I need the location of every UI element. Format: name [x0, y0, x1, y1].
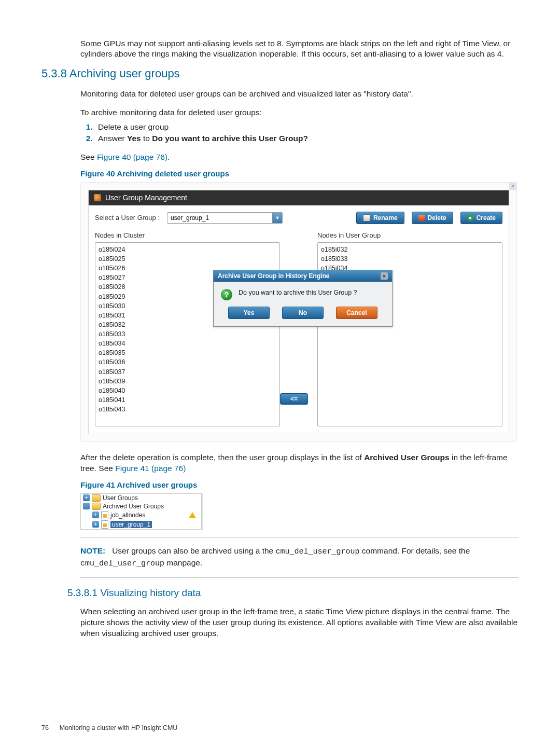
cancel-button[interactable]: Cancel [336, 307, 377, 319]
list-item[interactable]: o185i040 [99, 386, 276, 395]
collapse-icon[interactable]: − [83, 503, 90, 509]
rename-icon [363, 214, 370, 222]
tree-label: Archived User Groups [103, 503, 164, 510]
create-button[interactable]: Create [460, 212, 502, 224]
after-fig40-b: Archived User Groups [364, 453, 450, 462]
page-footer: 76 Monitoring a cluster with HP Insight … [41, 724, 177, 731]
select-label: Select a User Group : [95, 214, 160, 222]
group-nodes-col: Nodes in User Group o185i032o185i033o185… [317, 231, 502, 426]
chevron-down-icon[interactable]: ▼ [272, 213, 282, 223]
dialog-body: ? Do you want to archive this User Group… [214, 282, 392, 307]
list-item[interactable]: o185i037 [99, 367, 276, 377]
intro-paragraph: Some GPUs may not support anti-aliasing … [80, 38, 519, 60]
step-2-question: Do you want to archive this User Group? [152, 134, 308, 143]
step-2-pre: Answer [98, 134, 127, 143]
section-title: Archiving user groups [69, 67, 180, 80]
archive-confirm-dialog: Archive User Group in History Engine × ?… [213, 270, 393, 327]
expand-icon[interactable]: + [92, 521, 99, 528]
toolbar: Select a User Group : ▼ Rename Delete Cr… [89, 205, 509, 231]
expand-icon[interactable]: + [92, 512, 99, 518]
archived-group-icon [101, 520, 108, 529]
dialog-buttons: Yes No Cancel [214, 307, 392, 326]
list-item[interactable]: o185i032 [321, 245, 499, 254]
rename-button[interactable]: Rename [356, 212, 404, 224]
see-figure-line: See Figure 40 (page 76). [80, 152, 519, 163]
figure-41-caption: Figure 41 Archived user groups [80, 480, 519, 489]
node-lists: Nodes in Cluster o185i024o185i025o185i02… [89, 231, 509, 434]
dialog-titlebar: Archive User Group in History Engine × [214, 270, 392, 282]
step-2: Answer Yes to Do you want to archive thi… [95, 133, 519, 144]
dialog-message: Do you want to archive this User Group ? [239, 289, 357, 296]
archive-intro-line2: To archive monitoring data for deleted u… [80, 107, 519, 118]
list-item[interactable]: o185i024 [99, 245, 276, 254]
note-text-b: command. For details, see the [360, 546, 470, 555]
footer-chapter: Monitoring a cluster with HP Insight CMU [60, 724, 178, 731]
note-text-c: manpage. [164, 558, 202, 567]
step-2-yes: Yes [127, 134, 141, 143]
folder-icon [92, 494, 101, 502]
group-nodes-title: Nodes in User Group [317, 231, 502, 239]
rename-label: Rename [373, 214, 398, 222]
user-group-input[interactable] [167, 213, 272, 223]
yes-button[interactable]: Yes [228, 307, 270, 319]
tree-archived-user-groups[interactable]: − Archived User Groups [81, 502, 201, 510]
warning-icon [189, 512, 196, 518]
list-item[interactable]: o185i033 [99, 329, 276, 339]
figure-40-caption: Figure 40 Archiving deleted user groups [80, 169, 519, 178]
create-icon [467, 215, 473, 221]
tree-label-selected: user_group_1 [110, 521, 152, 528]
figure-41-link[interactable]: Figure 41 (page 76) [115, 464, 186, 473]
window-title: User Group Management [105, 194, 187, 202]
user-group-window: User Group Management Select a User Grou… [88, 190, 509, 434]
section-number: 5.3.8 [41, 67, 67, 80]
after-fig40-para: After the delete operation is complete, … [80, 452, 519, 474]
note-label: NOTE: [80, 546, 105, 555]
list-item[interactable]: o185i034 [99, 339, 276, 348]
figure-40: × User Group Management Select a User Gr… [80, 182, 517, 442]
list-item[interactable]: o185i025 [99, 254, 276, 264]
subsection-para: When selecting an archived user group in… [80, 606, 519, 639]
note-rule-top [80, 537, 519, 537]
figure-40-link[interactable]: Figure 40 (page 76) [97, 153, 167, 161]
note-text-a: User groups can also be archived using a… [112, 546, 275, 555]
window-titlebar: User Group Management [89, 190, 509, 205]
outer-close-icon[interactable]: × [509, 182, 517, 190]
tree-user-group-1[interactable]: + user_group_1 [81, 520, 201, 529]
subsection-number: 5.3.8.1 [67, 587, 97, 598]
archive-intro-line1: Monitoring data for deleted user groups … [80, 89, 519, 100]
figure-41: + User Groups − Archived User Groups + j… [80, 493, 202, 530]
no-button[interactable]: No [282, 307, 324, 319]
move-left-button[interactable]: <= [280, 393, 308, 405]
see-dot: . [167, 153, 170, 161]
cluster-nodes-col: Nodes in Cluster o185i024o185i025o185i02… [95, 231, 280, 426]
folder-icon [92, 503, 101, 510]
expand-icon[interactable]: + [83, 494, 90, 501]
subsection-heading: 5.3.8.1 Visualizing history data [67, 587, 519, 599]
step-2-mid: to [141, 134, 152, 143]
list-item[interactable]: o185i043 [99, 405, 276, 414]
list-item[interactable]: o185i039 [99, 377, 276, 386]
user-group-select[interactable]: ▼ [167, 212, 283, 224]
note-rule-bottom [80, 577, 519, 578]
section-heading: 5.3.8 Archiving user groups [41, 67, 519, 80]
tree-label: job_allnodes [110, 512, 145, 519]
cluster-nodes-title: Nodes in Cluster [95, 231, 280, 239]
tree-job-allnodes[interactable]: + job_allnodes [81, 510, 201, 520]
tree-label: User Groups [103, 494, 138, 502]
list-item[interactable]: o185i036 [99, 357, 276, 367]
tree-user-groups[interactable]: + User Groups [81, 494, 201, 502]
steps-list: Delete a user group Answer Yes to Do you… [80, 121, 519, 144]
question-icon: ? [221, 289, 232, 300]
list-item[interactable]: o185i033 [321, 254, 499, 264]
list-item[interactable]: o185i041 [99, 395, 276, 405]
list-item[interactable]: o185i035 [99, 348, 276, 357]
create-label: Create [477, 214, 496, 222]
archived-group-icon [101, 511, 108, 519]
delete-button[interactable]: Delete [412, 212, 453, 224]
page-number: 76 [41, 724, 49, 731]
note-code-b: cmu_del_user_group [80, 559, 164, 568]
subsection-title: Visualizing history data [100, 587, 201, 598]
note-block: NOTE: User groups can also be archived u… [80, 545, 519, 569]
close-icon[interactable]: × [381, 272, 388, 280]
move-col: <= [280, 231, 317, 426]
